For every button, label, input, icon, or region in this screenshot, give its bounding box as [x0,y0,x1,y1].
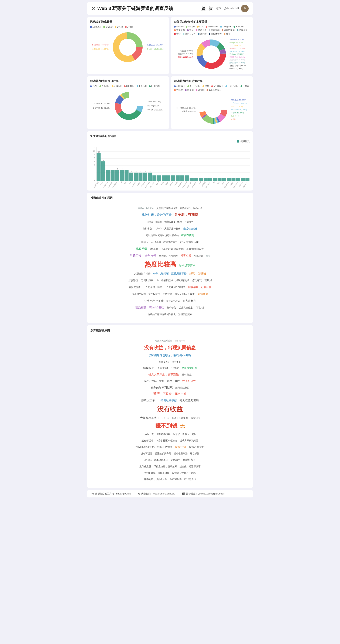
word: 枯燥坑平、回本无期、不好玩 [143,366,179,370]
legend-item: 市里之巅 [174,29,185,32]
word: dc赤客社区冷冷清清 [156,439,177,443]
word: 博客空投 [180,254,191,258]
svg-rect-107 [204,178,208,181]
svg-rect-79 [143,173,147,181]
svg-text:12: 12 [93,146,95,149]
legend-dot [90,26,92,28]
svg-rect-105 [199,178,203,181]
svg-rect-76 [139,173,143,181]
svg-point-17 [203,46,220,63]
svg-text:lange: lange [221,181,225,185]
svg-text:Midune: Midune [230,181,234,186]
legend-item: Youtube [233,26,243,28]
author-name: 鉴 叔 [201,6,214,12]
legend-item: 结素期 [185,88,194,92]
chart3-left-labels: 5~30h: 19 (32.5%) 1~2小时: 13 (32.8%) [93,102,110,110]
word: 没有可玩性 [170,478,182,481]
word: 没有收益 [157,404,183,414]
svg-text:3: 3 [150,171,151,173]
legend-dot [103,26,105,28]
word: 投入大于产出，赚不到钱 [148,372,179,377]
svg-rect-64 [120,170,124,181]
word: 大复杂玩不明白 [140,416,159,420]
word: 信息比较多比较明确 [161,247,184,251]
word: 有话题度 [184,220,193,224]
word: 好玩 画面好 [176,278,189,282]
word: 蚊子肉也是肉 [166,299,180,303]
word: 电无发无联时遥流 [155,339,172,342]
legend-item: 自媒体推荐 [209,32,222,36]
legend-item: 一年本 [240,85,249,88]
chart-total-time: 游戏花费时间-总量计算 400h以上 几十个小时 半年 5个月以上 十几个小时 … [171,76,253,129]
word: 好玩，能赚钱 [189,272,206,276]
word: 好玩 休闲 有的赚 [144,299,164,303]
chart2-legend: Discord Google KOL Newsletter Telegram Y… [174,26,250,36]
word: 一个是休闲小游戏，一个是组团RPG游戏 [143,286,186,289]
footer-tool: ⚒ 自研撸空投工具箱：https://jtools.ai [91,492,131,495]
word: 经济模型崩溃，死亡螺旋 [174,452,199,456]
word: 游戏bug多、操作不流畅 [145,471,169,475]
chart4-donut [197,93,230,126]
word: 没什么意思 [139,465,151,468]
legend-item: 微信公众号 [183,32,196,36]
word: 游戏精良 [167,306,176,310]
word: 有发布预期 [181,234,194,238]
word: 余余且不难接触 [172,416,188,420]
tool-footer-icon: ⚒ [91,492,94,495]
legend-dot [115,26,116,28]
svg-text:4: 4 [122,168,123,170]
svg-rect-109 [208,178,212,181]
word: 游戏名存实亡 [189,445,204,449]
word: 有投资价值 [129,286,140,289]
svg-rect-101 [190,178,194,181]
svg-text:tac: tac [120,181,122,184]
footer-tool-text: 自研撸空投工具箱：https://jtools.ai [95,492,131,495]
word: pfs，经济模型好 [156,279,173,282]
word: 坚持不好 [172,360,181,364]
svg-rect-61 [115,170,119,181]
legend-item: 几十个小时 [187,85,200,88]
legend-item: 杜邦 [224,32,230,36]
chart2-body: 精选公会 (0.93%) 信息比较 (1.03.5%) 推特: 46 (42.9… [174,37,250,71]
word: 画质精美，有web2基础 [135,306,164,310]
word: 0撸早期 [150,247,158,251]
word: 印象变差了 [159,360,170,364]
svg-text:BlockBattle: BlockBattle [149,181,155,188]
word: 利得人多 [195,306,205,310]
legend-item: 链游公会 [196,29,207,32]
chart2-right-labels: Discord: 9 (8.41%) Google: 1 (0.93%) KOL… [229,38,246,70]
wordcloud1-title: 被游戏吸引的原因 [91,196,249,200]
word: 是想做好游戏的运营 [156,206,177,210]
word: 可以迁往 [194,254,203,258]
video-footer-icon: 🎬 [181,492,185,495]
bar-chart-area: 12 10 8 6 4 2 0 Illuvio/玄幻世界10Pixels7Mav… [90,145,250,188]
word: 回本追追不上 [154,458,168,462]
word: 没有可玩性 [182,379,196,384]
svg-rect-99 [185,176,189,181]
chart4-title: 游戏花费时间-总量计算 [174,79,250,83]
svg-text:Unmam: Unmam [169,181,173,186]
word: 实在不好玩 [144,379,157,383]
word: 没意思，没有人一起玩 [173,432,196,436]
word: 官方很努力 [183,299,196,303]
svg-text:8: 8 [94,154,95,156]
legend-item: 2~3h [90,85,97,88]
word: 消了 管不好 [175,339,185,342]
legend-item: 3~5款 [115,26,123,28]
chart1-legend: 10款以上 5~10款 3~5款 1~3款 [90,26,166,28]
svg-text:SML: SML [129,181,132,184]
legend-item: 30~10时 [124,85,134,88]
word: 游戏类型喜欢 [178,313,192,316]
word: 游戏类型喜欢 [179,264,195,268]
word: AMA比较清晰，运营思路不错 [153,272,187,276]
legend-item: 0~30分钟 [149,85,160,88]
word: 煽美web2的体验 [164,220,182,224]
legend-item: Discord [174,26,184,28]
word: 玩法坑 [145,458,152,462]
word: 有故事点 [143,227,152,231]
word: web2出身，有经验有实力 [151,240,177,244]
svg-point-35 [205,102,221,118]
chart-favorite-games: 备受期待/喜好的链游 提及频次 12 10 8 6 4 2 0 [87,131,253,190]
avatar: 叔 [241,5,249,12]
svg-text:Pixels: Pixels [100,181,104,185]
